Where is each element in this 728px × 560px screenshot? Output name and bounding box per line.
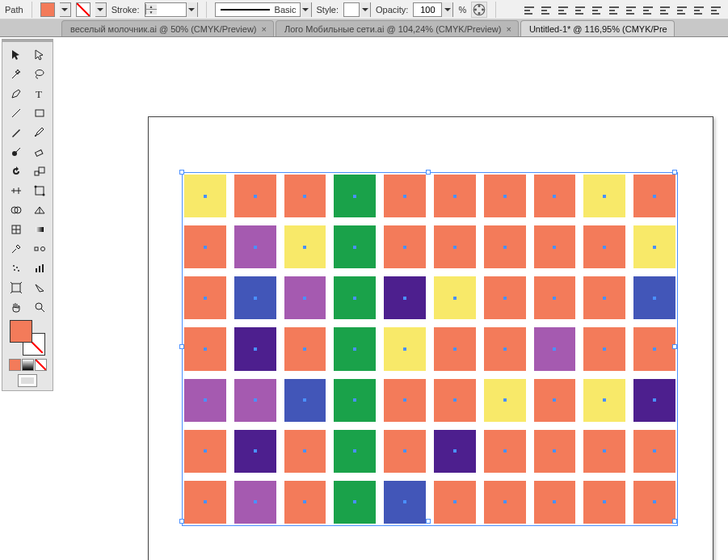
grid-square[interactable]	[334, 481, 376, 524]
fill-swatch[interactable]	[40, 2, 55, 17]
grid-square[interactable]	[583, 225, 625, 268]
grid-square[interactable]	[633, 379, 675, 422]
grid-square[interactable]	[534, 327, 576, 370]
grid-square[interactable]	[484, 379, 526, 422]
grid-square[interactable]	[583, 327, 625, 370]
grid-square[interactable]	[284, 481, 326, 524]
blend-tool[interactable]	[28, 240, 50, 258]
grid-square[interactable]	[434, 481, 476, 524]
grid-square[interactable]	[184, 225, 226, 268]
grid-square[interactable]	[184, 379, 226, 422]
grid-square[interactable]	[534, 276, 576, 319]
recolor-artwork-button[interactable]	[471, 2, 487, 18]
grid-square[interactable]	[284, 379, 326, 422]
grid-square[interactable]	[284, 327, 326, 370]
grid-square[interactable]	[384, 327, 426, 370]
rotate-tool[interactable]	[5, 162, 27, 180]
grid-square[interactable]	[434, 430, 476, 473]
grid-square[interactable]	[434, 327, 476, 370]
artboard-tool[interactable]	[5, 279, 27, 297]
grid-square[interactable]	[184, 327, 226, 370]
grid-square[interactable]	[434, 276, 476, 319]
grid-square[interactable]	[284, 175, 326, 217]
eraser-tool[interactable]	[28, 143, 50, 161]
pen-tool[interactable]	[5, 85, 27, 103]
grid-square[interactable]	[484, 327, 526, 370]
color-mode-gradient[interactable]	[22, 359, 34, 371]
stroke-weight-field[interactable]: ▲▼	[145, 2, 198, 17]
grid-square[interactable]	[234, 225, 276, 268]
align-vertical-bottom-button[interactable]	[607, 2, 621, 17]
grid-square[interactable]	[484, 430, 526, 473]
distribute-vertical-button[interactable]	[658, 2, 672, 17]
distribute-vertical-center-button[interactable]	[675, 2, 689, 17]
lasso-tool[interactable]	[28, 65, 50, 83]
distribute-spacing-v-button[interactable]	[709, 2, 723, 17]
magic-wand-tool[interactable]	[5, 65, 27, 83]
align-vertical-center-button[interactable]	[590, 2, 604, 17]
grid-square[interactable]	[534, 430, 576, 473]
grid-square[interactable]	[234, 327, 276, 370]
grid-square[interactable]	[583, 481, 625, 524]
graph-tool[interactable]	[28, 259, 50, 277]
stroke-weight-input[interactable]	[157, 3, 186, 16]
grid-square[interactable]	[184, 175, 226, 217]
color-mode-solid[interactable]	[9, 359, 21, 371]
blob-brush-tool[interactable]	[5, 143, 27, 161]
scale-tool[interactable]	[28, 162, 50, 180]
grid-square[interactable]	[334, 379, 376, 422]
zoom-tool[interactable]	[28, 298, 50, 316]
grid-square[interactable]	[334, 276, 376, 319]
opacity-dropdown[interactable]	[441, 2, 452, 17]
screen-mode[interactable]	[4, 374, 51, 387]
grid-square[interactable]	[184, 481, 226, 524]
grid-square[interactable]	[284, 225, 326, 268]
grid-square[interactable]	[234, 430, 276, 473]
grid-square[interactable]	[583, 379, 625, 422]
grid-square[interactable]	[334, 327, 376, 370]
grid-square[interactable]	[384, 175, 426, 217]
mesh-tool[interactable]	[5, 221, 27, 238]
canvas-area[interactable]	[55, 37, 728, 560]
grid-square[interactable]	[484, 276, 526, 319]
fill-color-well[interactable]	[10, 320, 32, 343]
grid-square[interactable]	[583, 276, 625, 319]
grid-square[interactable]	[384, 225, 426, 268]
grid-square[interactable]	[384, 379, 426, 422]
grid-square[interactable]	[284, 430, 326, 473]
graphic-style-field[interactable]	[343, 2, 371, 17]
grid-square[interactable]	[434, 175, 476, 217]
grid-square[interactable]	[334, 225, 376, 268]
grid-square[interactable]	[334, 430, 376, 473]
paintbrush-tool[interactable]	[5, 124, 27, 141]
selected-objects-group[interactable]	[184, 175, 675, 524]
grid-square[interactable]	[334, 175, 376, 217]
align-horizontal-right-button[interactable]	[556, 2, 570, 17]
document-tab[interactable]: Untitled-1* @ 116,95% (CMYK/Pre	[520, 20, 675, 36]
distribute-horizontal-button[interactable]	[624, 2, 638, 17]
align-horizontal-left-button[interactable]	[522, 2, 537, 17]
stroke-swatch[interactable]	[76, 2, 90, 17]
grid-square[interactable]	[534, 175, 576, 217]
grid-square[interactable]	[583, 175, 625, 217]
brush-dropdown[interactable]	[300, 2, 311, 17]
grid-square[interactable]	[583, 430, 625, 473]
document-tab[interactable]: Лого Мобильные сети.ai @ 104,24% (CMYK/P…	[276, 20, 519, 36]
grid-square[interactable]	[633, 430, 675, 473]
perspective-tool[interactable]	[28, 201, 50, 219]
grid-square[interactable]	[434, 379, 476, 422]
width-tool[interactable]	[5, 182, 27, 200]
slice-tool[interactable]	[28, 279, 50, 297]
color-mode-none[interactable]	[35, 359, 47, 371]
close-icon[interactable]: ×	[506, 24, 511, 34]
hand-tool[interactable]	[5, 298, 27, 316]
grid-square[interactable]	[184, 276, 226, 319]
distribute-horizontal-center-button[interactable]	[641, 2, 655, 17]
align-horizontal-center-button[interactable]	[539, 2, 553, 17]
opacity-input[interactable]	[414, 3, 441, 16]
grid-square[interactable]	[534, 379, 576, 422]
grid-square[interactable]	[633, 225, 675, 268]
grid-square[interactable]	[384, 481, 426, 524]
selection-tool[interactable]	[5, 46, 27, 64]
grid-square[interactable]	[484, 175, 526, 217]
